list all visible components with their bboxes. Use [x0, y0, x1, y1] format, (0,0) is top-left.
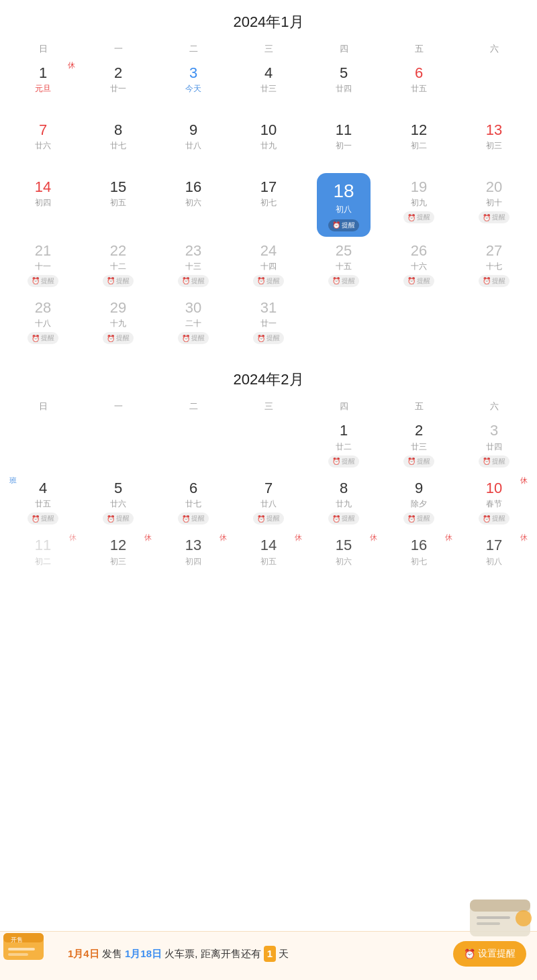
jan-day-22[interactable]: 22 十二 ⏰提醒 [81, 237, 156, 294]
jan-day-10[interactable]: 10 廿九 [231, 116, 306, 173]
feb-day-10[interactable]: 休 10 春节 ⏰提醒 [456, 474, 532, 531]
feb-10-badge[interactable]: ⏰提醒 [479, 512, 509, 525]
jan-29-badge[interactable]: ⏰提醒 [103, 332, 134, 344]
feb-day-4[interactable]: 班 4 廿五 ⏰提醒 [5, 474, 81, 531]
feb-day-16[interactable]: 休 16 初七 [381, 531, 456, 588]
feb-day-13[interactable]: 休 13 初四 [156, 531, 231, 588]
jan-day-24[interactable]: 24 十四 ⏰提醒 [231, 237, 306, 294]
feb-5-lunar: 廿六 [110, 498, 126, 510]
jan-20-num: 20 [486, 178, 502, 196]
jan-day-29[interactable]: 29 十九 ⏰提醒 [81, 294, 156, 351]
jan-day-28[interactable]: 28 十八 ⏰提醒 [5, 294, 81, 351]
feb-1-badge[interactable]: ⏰提醒 [328, 455, 359, 468]
jan-day-31[interactable]: 31 廿一 ⏰提醒 [231, 294, 306, 351]
jan-21-badge[interactable]: ⏰提醒 [28, 275, 58, 287]
jan-31-badge[interactable]: ⏰提醒 [253, 332, 284, 344]
jan-15-lunar: 初五 [110, 197, 126, 209]
jan-18-num: 18 [333, 180, 354, 203]
jan-25-badge[interactable]: ⏰提醒 [328, 275, 359, 287]
feb-day-6[interactable]: 6 廿七 ⏰提醒 [156, 474, 231, 531]
feb-7-badge[interactable]: ⏰提醒 [253, 512, 284, 525]
jan-28-badge[interactable]: ⏰提醒 [28, 332, 58, 344]
jan-day-25[interactable]: 25 十五 ⏰提醒 [306, 237, 381, 294]
feb-12-num: 12 [110, 537, 126, 554]
jan-day-20[interactable]: 20 初十 ⏰ 提醒 [456, 173, 532, 237]
jan-18-badge[interactable]: ⏰ 提醒 [328, 219, 359, 231]
feb-day-17[interactable]: 休 17 初八 [456, 531, 532, 588]
jan-22-badge[interactable]: ⏰提醒 [103, 275, 134, 287]
jan-23-badge[interactable]: ⏰提醒 [178, 275, 209, 287]
feb-weekday-sun: 日 [5, 396, 81, 417]
feb-day-8[interactable]: 8 廿九 ⏰提醒 [306, 474, 381, 531]
feb-8-badge[interactable]: ⏰提醒 [328, 512, 359, 525]
jan-day-6[interactable]: 6 廿五 [381, 59, 456, 116]
feb-2-badge[interactable]: ⏰提醒 [403, 455, 434, 468]
jan-day-8[interactable]: 8 廿七 [81, 116, 156, 173]
jan-18-lunar: 初八 [336, 204, 352, 215]
feb-day-5[interactable]: 5 廿六 ⏰提醒 [81, 474, 156, 531]
jan-day-14[interactable]: 14 初四 [5, 173, 81, 237]
feb-16-num: 16 [411, 537, 427, 554]
feb-3-badge[interactable]: ⏰提醒 [479, 455, 509, 468]
deco-right-illustration [463, 893, 537, 946]
jan-23-lunar: 十三 [185, 261, 201, 272]
jan-day-12[interactable]: 12 初二 [381, 116, 456, 173]
feb-day-1[interactable]: 1 廿二 ⏰提醒 [306, 417, 381, 474]
feb-9-badge[interactable]: ⏰提醒 [403, 512, 434, 525]
jan-week-3: 14 初四 15 初五 16 初六 17 初七 18 初八 ⏰ 提醒 [0, 173, 537, 237]
jan-14-lunar: 初四 [35, 197, 51, 209]
jan-day-7[interactable]: 7 廿六 [5, 116, 81, 173]
jan-day-13[interactable]: 13 初三 [456, 116, 532, 173]
jan-day-27[interactable]: 27 十七 ⏰提醒 [456, 237, 532, 294]
feb-day-15[interactable]: 休 15 初六 [306, 531, 381, 588]
jan-22-lunar: 十二 [110, 261, 126, 272]
jan-week-2: 7 廿六 8 廿七 9 廿八 10 廿九 11 初一 12 初二 13 初三 [0, 116, 537, 173]
feb-day-14[interactable]: 休 14 初五 [231, 531, 306, 588]
jan-day-17[interactable]: 17 初七 [231, 173, 306, 237]
jan-day-18[interactable]: 18 初八 ⏰ 提醒 [306, 173, 381, 237]
jan-26-badge[interactable]: ⏰提醒 [403, 275, 434, 287]
feb-6-badge[interactable]: ⏰提醒 [178, 512, 209, 525]
jan-day-23[interactable]: 23 十三 ⏰提醒 [156, 237, 231, 294]
jan-20-badge[interactable]: ⏰ 提醒 [479, 211, 509, 223]
feb-day-7[interactable]: 7 廿八 ⏰提醒 [231, 474, 306, 531]
jan-31-num: 31 [260, 299, 277, 317]
feb-weekday-thu: 四 [306, 396, 381, 417]
feb-6-num: 6 [189, 480, 197, 497]
feb-16-lunar: 初七 [411, 556, 427, 567]
jan-30-badge[interactable]: ⏰提醒 [178, 332, 209, 344]
set-reminder-button[interactable]: ⏰ 设置提醒 [453, 941, 526, 967]
jan-day-11[interactable]: 11 初一 [306, 116, 381, 173]
jan-28-lunar: 十八 [35, 318, 51, 329]
jan-27-num: 27 [486, 242, 502, 260]
jan-day-5[interactable]: 5 廿四 [306, 59, 381, 116]
jan-day-26[interactable]: 26 十六 ⏰提醒 [381, 237, 456, 294]
jan-8-lunar: 廿七 [110, 140, 126, 152]
feb-5-badge[interactable]: ⏰提醒 [103, 512, 134, 525]
jan-day-19[interactable]: 19 初九 ⏰ 提醒 [381, 173, 456, 237]
feb-4-badge[interactable]: ⏰提醒 [28, 512, 58, 525]
jan-2-lunar: 廿一 [110, 83, 126, 95]
jan-day-4[interactable]: 4 廿三 [231, 59, 306, 116]
jan-day-16[interactable]: 16 初六 [156, 173, 231, 237]
jan-day-21[interactable]: 21 十一 ⏰提醒 [5, 237, 81, 294]
jan-day-15[interactable]: 15 初五 [81, 173, 156, 237]
weekday-header: 日 一 二 三 四 五 六 [0, 39, 537, 59]
weekday-sun: 日 [5, 39, 81, 59]
feb-day-11[interactable]: 休 11 初二 [5, 531, 81, 588]
feb-day-12[interactable]: 休 12 初三 [81, 531, 156, 588]
feb-weekday-header: 日 一 二 三 四 五 六 [0, 396, 537, 417]
feb-day-2[interactable]: 2 廿三 ⏰提醒 [381, 417, 456, 474]
jan-day-9[interactable]: 9 廿八 [156, 116, 231, 173]
jan-24-badge[interactable]: ⏰提醒 [253, 275, 284, 287]
jan-19-badge[interactable]: ⏰ 提醒 [403, 211, 434, 223]
notification-text: 1月4日 发售 1月18日 火车票, 距离开售还有 1 天 [11, 946, 445, 962]
feb-1-lunar: 廿二 [336, 441, 352, 453]
jan-day-1[interactable]: 休 1 元旦 [5, 59, 81, 116]
feb-day-9[interactable]: 9 除夕 ⏰提醒 [381, 474, 456, 531]
jan-27-badge[interactable]: ⏰提醒 [479, 275, 509, 287]
feb-day-3[interactable]: 3 廿四 ⏰提醒 [456, 417, 532, 474]
jan-day-30[interactable]: 30 二十 ⏰提醒 [156, 294, 231, 351]
jan-day-2[interactable]: 2 廿一 [81, 59, 156, 116]
jan-day-3[interactable]: 3 今天 [156, 59, 231, 116]
